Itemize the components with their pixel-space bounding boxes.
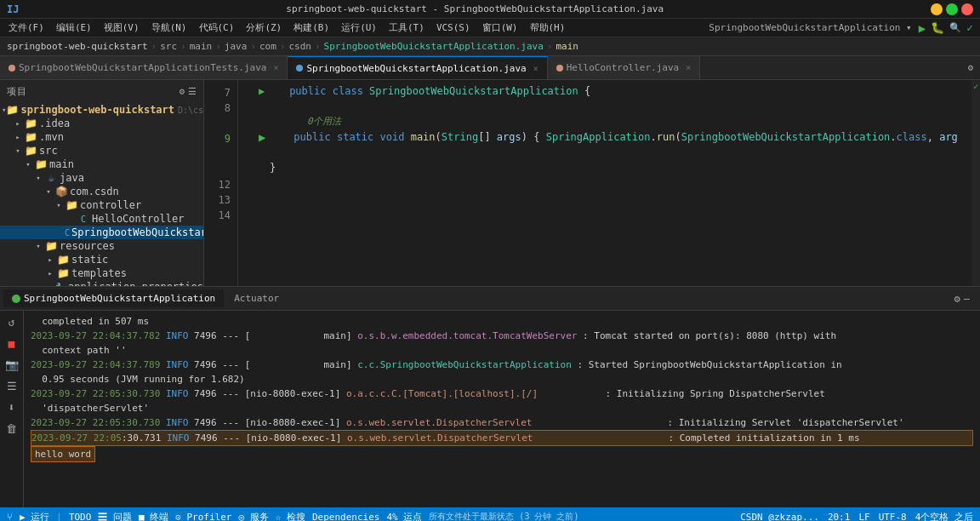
expand-arrow: ▾ — [53, 201, 65, 209]
run-tabs: SpringbootWebQuickstartApplication Actua… — [3, 289, 286, 307]
menu-code[interactable]: 代码(C) — [194, 20, 240, 36]
window-controls[interactable] — [931, 3, 973, 15]
run-button[interactable]: ▶ — [919, 21, 926, 35]
run-gutter-9[interactable]: ▶ — [259, 129, 265, 145]
tab-main-app-close[interactable]: × — [533, 64, 538, 73]
expand-arrow: ▾ — [32, 242, 44, 250]
tree-item-springboot-app[interactable]: C SpringbootWebQuickstartApplic — [0, 226, 203, 239]
bc-project[interactable]: springboot-web-quickstart — [7, 41, 148, 52]
titlebar: IJ springboot-web-quickstart - Springboo… — [0, 0, 980, 19]
sidebar-expand-icon[interactable]: ☰ — [188, 86, 197, 97]
search-everywhere-button[interactable]: 🔍 — [949, 22, 961, 33]
scroll-down-icon[interactable]: ⬇ — [7, 399, 17, 415]
tree-label-springboot-app: SpringbootWebQuickstartApplic — [71, 226, 203, 238]
status-dots[interactable]: 4% 运点 — [386, 511, 422, 522]
menu-tools[interactable]: 工具(T) — [384, 20, 430, 36]
stop-icon[interactable]: ■ — [7, 335, 17, 352]
line-numbers: 7 8 - 9 10 11 12 13 14 — [204, 80, 238, 286]
status-line-ending[interactable]: LF — [858, 512, 869, 522]
minimize-panel-icon[interactable]: — — [964, 293, 970, 305]
status-dependencies[interactable]: Dependencies — [312, 512, 379, 522]
menu-window[interactable]: 窗口(W) — [477, 20, 523, 36]
tab-settings-icon[interactable]: ⚙ — [967, 62, 973, 73]
tree-item-main[interactable]: ▾ 📁 main — [0, 157, 203, 171]
tree-item-src[interactable]: ▾ 📁 src — [0, 144, 203, 157]
folder-icon: 📁 — [34, 158, 48, 170]
status-terminal[interactable]: ■ 终端 — [139, 511, 168, 522]
tab-tests-close[interactable]: × — [273, 63, 278, 72]
camera-icon[interactable]: 📷 — [3, 357, 20, 373]
menu-edit[interactable]: 编辑(E) — [51, 20, 97, 36]
main-area: 项目 ⚙ ☰ ▾ 📁 springboot-web-quickstart D:\… — [0, 80, 980, 286]
run-tab-app[interactable]: SpringbootWebQuickstartApplication — [3, 289, 224, 307]
run-gutter-7[interactable]: ▶ — [259, 83, 265, 99]
tree-item-resources[interactable]: ▾ 📁 resources — [0, 239, 203, 253]
rerun-icon[interactable]: ↺ — [7, 314, 17, 330]
log-ts-5-rest: :30.731 — [122, 431, 161, 445]
status-indent[interactable]: 4个空格 之后 — [915, 511, 973, 522]
bc-csdn[interactable]: csdn — [288, 41, 311, 52]
tree-item-com-csdn[interactable]: ▾ 📦 com.csdn — [0, 185, 203, 198]
settings-icon[interactable]: ⚙ — [954, 293, 960, 305]
bc-main[interactable]: main — [190, 41, 213, 52]
menu-analyze[interactable]: 分析(Z) — [241, 20, 287, 36]
tab-main-app[interactable]: SpringbootWebQuickstartApplication.java … — [288, 56, 547, 80]
bc-src[interactable]: src — [160, 41, 177, 52]
tab-hello-controller[interactable]: HelloController.java × — [548, 56, 700, 80]
tree-item-static[interactable]: ▸ 📁 static — [0, 253, 203, 266]
console-output[interactable]: completed in 507 ms 2023-09-27 22:04:37.… — [24, 311, 980, 507]
main-class-icon: C — [65, 228, 70, 238]
bc-file[interactable]: SpringbootWebQuickstartApplication.java — [324, 41, 544, 52]
log-msg-3: : Initializing Spring DispatcherServlet — [606, 386, 825, 401]
status-todo[interactable]: TODO — [69, 512, 92, 522]
bc-com[interactable]: com — [259, 41, 276, 52]
status-run-btn[interactable]: ▶ 运行 — [20, 511, 49, 522]
status-position[interactable]: 20:1 — [828, 512, 851, 522]
status-profiler[interactable]: ⊙ Profiler — [175, 512, 231, 522]
menu-view[interactable]: 视图(V) — [99, 20, 145, 36]
bc-method[interactable]: main — [556, 41, 578, 52]
editor-scrollbar[interactable]: ✓ — [971, 80, 980, 286]
status-encoding[interactable]: UTF-8 — [879, 512, 907, 522]
tab-tests[interactable]: SpringbootWebQuickstartApplicationTests.… — [0, 56, 288, 80]
list-icon[interactable]: ☰ — [5, 378, 19, 394]
tree-label-mvn: .mvn — [39, 131, 64, 143]
log-thread-3: nio-8080-exec-1 — [250, 386, 334, 401]
project-path: D:\csdn\springboo... — [178, 106, 203, 115]
tree-item-mvn[interactable]: ▸ 📁 .mvn — [0, 130, 203, 144]
tree-item-idea[interactable]: ▸ 📁 .idea — [0, 117, 203, 130]
log-context-path: context path '' — [31, 343, 127, 358]
menu-build[interactable]: 构建(B) — [288, 20, 334, 36]
log-level-5: INFO — [167, 431, 190, 445]
maximize-button[interactable] — [946, 3, 958, 15]
menu-help[interactable]: 帮助(H) — [525, 20, 571, 36]
minimize-button[interactable] — [931, 3, 943, 15]
debug-button[interactable]: 🐛 — [931, 21, 944, 34]
menu-vcs[interactable]: VCS(S) — [431, 20, 476, 35]
menu-run[interactable]: 运行(U) — [336, 20, 382, 36]
expand-arrow: ▾ — [43, 187, 54, 196]
log-line-started: 2023-09-27 22:04:37.789 INFO 7496 --- [ … — [31, 358, 973, 372]
clear-icon[interactable]: 🗑 — [4, 421, 19, 437]
folder-icon: 📁 — [24, 145, 37, 157]
actuator-tab[interactable]: Actuator — [227, 289, 286, 307]
sidebar-gear-icon[interactable]: ⚙ — [179, 86, 185, 97]
log-ts-1: 2023-09-27 22:04:37.782 — [31, 329, 160, 343]
status-services[interactable]: ◎ 服务 — [238, 511, 268, 522]
bc-java[interactable]: java — [225, 41, 248, 52]
status-problems[interactable]: ☰ 问题 — [98, 511, 132, 522]
close-button[interactable] — [961, 3, 973, 15]
tree-item-templates[interactable]: ▸ 📁 templates — [0, 266, 203, 280]
menu-navigate[interactable]: 导航(N) — [146, 20, 192, 36]
run-config-dropdown[interactable]: SpringbootWebQuickstartApplication ▾ — [709, 22, 911, 33]
menu-file[interactable]: 文件(F) — [3, 20, 49, 36]
tree-item-controller[interactable]: ▾ 📁 controller — [0, 198, 203, 212]
status-search[interactable]: ☆ 检搜 — [276, 511, 305, 522]
tab-bar-actions: ⚙ — [967, 62, 980, 73]
tab-hello-close[interactable]: × — [686, 63, 691, 72]
tree-item-java[interactable]: ▾ ☕ java — [0, 171, 203, 185]
tree-item-project[interactable]: ▾ 📁 springboot-web-quickstart D:\csdn\sp… — [0, 103, 203, 117]
tree-item-app-props[interactable]: 🔧 application.properties — [0, 280, 203, 286]
tree-item-hello-controller[interactable]: C HelloController — [0, 212, 203, 226]
code-content[interactable]: ▶ public class SpringbootWebQuickstartAp… — [238, 80, 971, 286]
